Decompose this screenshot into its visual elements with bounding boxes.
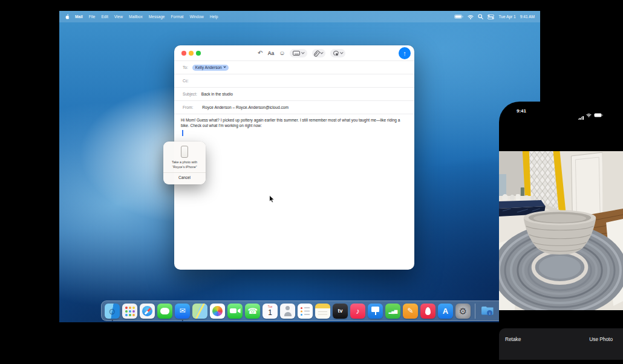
photo-browser-button[interactable]: [290, 49, 307, 57]
attach-file-button[interactable]: [312, 49, 325, 57]
menu-mail[interactable]: Mail: [75, 15, 83, 19]
camera-action-bar: Retake Use Photo: [499, 328, 623, 360]
safari-icon: [140, 304, 155, 319]
dock-notes[interactable]: [315, 301, 330, 321]
dock-reminders[interactable]: [298, 301, 313, 321]
menu-format[interactable]: Format: [171, 15, 184, 19]
screen: MailFileEditViewMailboxMessageFormatWind…: [0, 0, 623, 364]
music-icon: ♪: [350, 304, 365, 319]
dock-settings[interactable]: ⚙: [455, 301, 471, 321]
menu-view[interactable]: View: [114, 15, 123, 19]
dock-facetime[interactable]: [227, 301, 243, 321]
reminders-icon: [298, 304, 313, 319]
dock-contacts[interactable]: [280, 301, 295, 321]
dock-downloads[interactable]: [480, 301, 495, 321]
iphone-icon: [181, 146, 188, 158]
wifi-icon: [586, 109, 592, 120]
numbers-icon: ▂▄▆: [385, 304, 400, 319]
use-photo-button[interactable]: Use Photo: [589, 336, 613, 360]
wifi-icon[interactable]: [468, 15, 474, 19]
emoji-icon[interactable]: ☺: [279, 50, 285, 56]
chevron-down-icon: [320, 51, 323, 54]
compose-titlebar: ↶ Aa ☺ ↑: [174, 45, 414, 61]
maps-icon: [192, 304, 207, 319]
search-icon[interactable]: [478, 14, 483, 19]
chevron-down-icon: [340, 51, 343, 54]
zoom-window-button[interactable]: [196, 51, 201, 56]
menu-status-area: Tue Apr 1 9:41 AM: [454, 14, 535, 19]
apple-menu-icon[interactable]: [65, 14, 70, 19]
dock-calendar[interactable]: Tue1: [263, 301, 278, 321]
retake-button[interactable]: Retake: [505, 336, 521, 360]
dock-launchpad[interactable]: [122, 301, 137, 321]
photo-browser-icon: [293, 51, 300, 56]
dock-mail[interactable]: ✉: [175, 301, 190, 321]
menu-edit[interactable]: Edit: [101, 15, 108, 19]
cc-label: Cc:: [183, 79, 189, 83]
dock-maps[interactable]: [192, 301, 207, 321]
dock-music[interactable]: ♪: [350, 301, 365, 321]
photos-icon: [210, 304, 225, 319]
message-body[interactable]: Hi Mom! Guess what? I picked up pottery …: [181, 117, 402, 128]
control-center-icon[interactable]: [488, 15, 494, 19]
cancel-button[interactable]: Cancel: [178, 173, 191, 180]
menu-bar: MailFileEditViewMailboxMessageFormatWind…: [59, 11, 540, 22]
contacts-icon: [280, 304, 295, 319]
undo-icon[interactable]: ↶: [258, 50, 263, 56]
menu-date[interactable]: Tue Apr 1: [498, 15, 515, 19]
dock-appstore[interactable]: A: [438, 301, 453, 321]
minimize-window-button[interactable]: [189, 51, 194, 56]
running-indicator: [111, 320, 113, 322]
insert-from-device-button[interactable]: [330, 49, 345, 57]
paperclip-icon: [313, 50, 320, 57]
insert-from-iphone-icon: [333, 51, 339, 56]
dock-separator: [475, 304, 475, 319]
dock-phone[interactable]: ☎: [245, 301, 260, 321]
mouse-cursor: [269, 195, 275, 204]
tv-icon: tv: [333, 304, 348, 319]
recipient-token[interactable]: Kelly Anderson: [192, 65, 229, 71]
menu-message[interactable]: Message: [149, 15, 165, 19]
downloads-icon: [480, 304, 495, 319]
dock-tv[interactable]: tv: [333, 301, 348, 321]
iphone-mirror: 9:41: [499, 102, 623, 364]
menu-file[interactable]: File: [89, 15, 96, 19]
close-window-button[interactable]: [181, 51, 186, 56]
cellular-signal-icon: [578, 116, 584, 120]
popup-title-line2: “Royce's iPhone”: [172, 165, 197, 170]
battery-icon: [594, 109, 603, 120]
menu-time[interactable]: 9:41 AM: [520, 15, 535, 19]
to-field-row[interactable]: To: Kelly Anderson: [174, 61, 414, 74]
facetime-icon: [227, 304, 243, 319]
keynote-icon: [368, 304, 383, 319]
dock-rocket[interactable]: [420, 301, 435, 321]
dock-pages[interactable]: ✎: [403, 301, 418, 321]
camera-preview: [499, 151, 623, 310]
messages-icon: [157, 304, 172, 319]
iphone-status-icons: [578, 109, 603, 120]
menu-mailbox[interactable]: Mailbox: [129, 15, 143, 19]
dock-numbers[interactable]: ▂▄▆: [385, 301, 400, 321]
dock: ☺✉☎Tue1tv♪▂▄▆✎A⚙: [101, 301, 516, 321]
subject-label: Subject:: [183, 92, 197, 96]
format-icon[interactable]: Aa: [267, 50, 274, 56]
menu-help[interactable]: Help: [210, 15, 218, 19]
menu-window[interactable]: Window: [189, 15, 203, 19]
calendar-icon: Tue1: [263, 304, 278, 319]
dock-safari[interactable]: [140, 301, 155, 321]
menu-items: MailFileEditViewMailboxMessageFormatWind…: [75, 15, 218, 19]
iphone-clock: 9:41: [517, 108, 526, 114]
send-button[interactable]: ↑: [399, 47, 411, 59]
chevron-down-icon: [302, 51, 305, 54]
from-field-row[interactable]: From: Royce Anderson – Royce.Anderson@ic…: [174, 101, 414, 114]
dock-messages[interactable]: [157, 301, 172, 321]
running-indicator: [181, 320, 183, 322]
launchpad-icon: [122, 304, 137, 319]
dock-photos[interactable]: [210, 301, 225, 321]
to-label: To:: [183, 65, 188, 70]
dock-finder[interactable]: ☺: [105, 301, 120, 321]
subject-field-row[interactable]: Subject: Back in the studio: [174, 88, 414, 101]
cc-field-row[interactable]: Cc:: [174, 74, 414, 88]
battery-icon[interactable]: [454, 15, 463, 19]
dock-keynote[interactable]: [368, 301, 383, 321]
